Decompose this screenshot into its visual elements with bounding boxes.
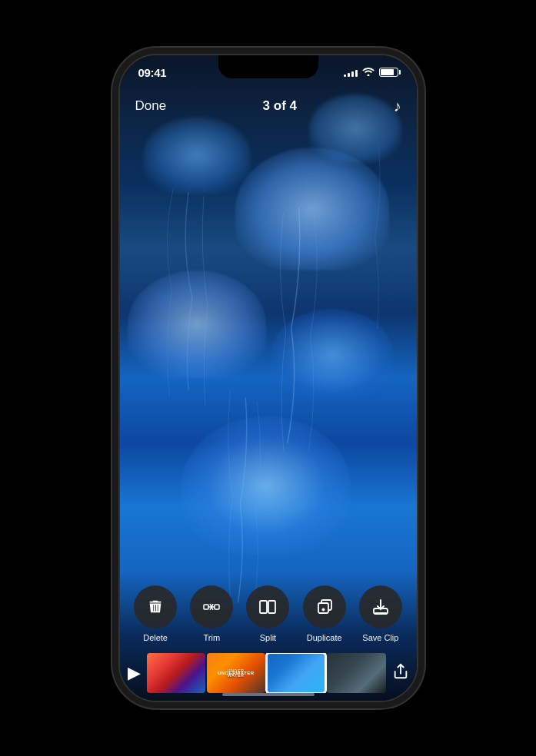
trim-button[interactable]: Trim xyxy=(190,585,233,642)
status-icons xyxy=(344,67,398,78)
status-time: 09:41 xyxy=(138,66,167,79)
duplicate-button[interactable]: Duplicate xyxy=(303,585,346,642)
signal-bars-icon xyxy=(344,68,358,77)
save-clip-button-circle xyxy=(359,585,402,628)
duplicate-button-circle xyxy=(303,585,346,628)
phone-frame: 09:41 Done 3 of 4 ♪ xyxy=(118,54,418,702)
clip-thumbnail-2[interactable]: UNDERWATER xyxy=(207,653,265,693)
music-button[interactable]: ♪ xyxy=(393,98,401,115)
split-label: Split xyxy=(260,633,276,642)
clip-thumbnail-3[interactable] xyxy=(267,653,325,693)
save-clip-button[interactable]: Save Clip xyxy=(359,585,402,642)
signal-bar-3 xyxy=(351,71,354,77)
battery-fill xyxy=(381,69,395,75)
jellyfish-2 xyxy=(235,148,389,270)
trim-label: Trim xyxy=(203,633,220,642)
battery-icon xyxy=(379,68,398,77)
underwater-label: UNDERWATER xyxy=(226,667,246,680)
duplicate-label: Duplicate xyxy=(307,633,342,642)
jellyfish-6 xyxy=(181,416,351,555)
done-button[interactable]: Done xyxy=(135,98,167,114)
play-button[interactable]: ▶ xyxy=(128,663,141,683)
trim-button-circle xyxy=(190,585,233,628)
jellyfish-4 xyxy=(128,270,266,378)
bottom-controls: Delete Trim xyxy=(120,576,417,701)
svg-rect-1 xyxy=(215,605,219,609)
svg-rect-4 xyxy=(268,601,275,613)
wifi-icon xyxy=(362,67,375,78)
clips-strip: UNDERWATER xyxy=(147,653,386,693)
delete-button-circle xyxy=(134,585,177,628)
split-button[interactable]: Split xyxy=(246,585,289,642)
timeline-row: ▶ UNDERWATER xyxy=(120,648,417,701)
svg-rect-0 xyxy=(204,605,208,609)
signal-bar-4 xyxy=(355,70,358,77)
jellyfish-1 xyxy=(143,117,251,194)
delete-label: Delete xyxy=(143,633,168,642)
split-button-circle xyxy=(246,585,289,628)
nav-title: 3 of 4 xyxy=(263,98,297,114)
jellyfish-5 xyxy=(271,309,394,401)
nav-bar: Done 3 of 4 ♪ xyxy=(120,89,417,123)
signal-bar-1 xyxy=(344,75,346,77)
clip-thumbnail-1[interactable] xyxy=(147,653,205,693)
clip-thumbnail-4[interactable] xyxy=(327,653,385,693)
delete-button[interactable]: Delete xyxy=(134,585,177,642)
save-clip-label: Save Clip xyxy=(362,633,398,642)
share-button[interactable] xyxy=(392,663,409,684)
signal-bar-2 xyxy=(348,73,350,77)
callout-line xyxy=(417,569,418,570)
notch xyxy=(218,55,318,78)
action-buttons-row: Delete Trim xyxy=(120,576,417,648)
svg-rect-3 xyxy=(260,601,267,613)
